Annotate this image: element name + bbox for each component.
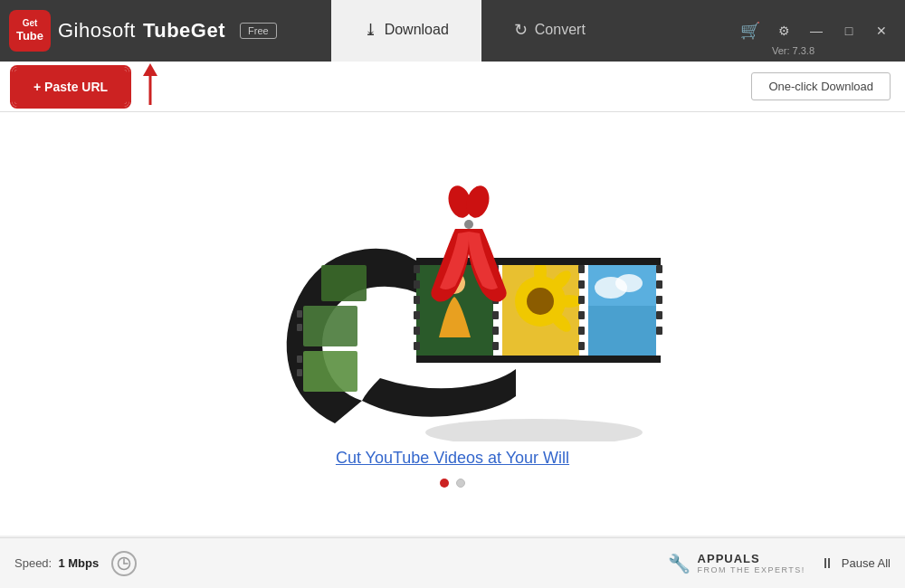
svg-rect-16 [414,342,420,350]
convert-tab-icon: ↻ [514,20,528,40]
film-strip-illustration [235,179,670,441]
svg-rect-22 [492,342,499,350]
svg-rect-21 [492,327,499,335]
svg-point-47 [425,419,643,441]
arrow-icon [134,62,184,111]
carousel-dot-1[interactable] [440,479,449,488]
svg-marker-1 [143,63,157,76]
svg-point-50 [464,220,473,229]
download-tab-icon: ⤓ [364,20,377,40]
appuals-icon: 🔧 [668,553,691,574]
close-button[interactable]: ✕ [867,16,896,45]
svg-rect-32 [578,296,585,304]
appuals-text: APPUALS FROM THE EXPERTS! [698,552,805,574]
svg-rect-12 [414,280,420,289]
main-content: Cut YouTube Videos at Your Will [0,112,905,536]
bottom-bar: Speed: 1 Mbps 🔧 APPUALS FROM THE EXPERTS… [0,537,905,588]
minimize-button[interactable]: — [802,16,831,45]
speed-value: 1 Mbps [58,556,99,570]
carousel-dot-2[interactable] [456,479,465,488]
svg-rect-46 [416,356,661,363]
appuals-brand: 🔧 APPUALS FROM THE EXPERTS! [668,552,805,574]
svg-rect-40 [656,265,662,273]
paste-url-button[interactable]: + Paste URL [14,70,127,104]
free-badge: Free [240,23,277,39]
speed-label: Speed: 1 Mbps [14,556,99,570]
app-logo: Get Tube Gihosoft TubeGet Free [9,10,277,52]
tab-download[interactable]: ⤓ Download [331,0,481,62]
svg-rect-11 [414,265,420,273]
svg-point-39 [615,274,643,292]
title-bar: Get Tube Gihosoft TubeGet Free ⤓ Downloa… [0,0,905,62]
svg-rect-20 [492,311,499,319]
svg-rect-6 [297,324,302,331]
pause-icon: ⏸ [820,555,834,572]
version-text: Ver: 7.3.8 [772,45,814,56]
app-product-name: TubeGet [143,19,225,43]
svg-rect-2 [303,306,357,346]
app-name: Gihosoft [58,19,136,43]
pause-all-button[interactable]: ⏸ Pause All [820,555,891,572]
svg-rect-33 [578,311,585,319]
download-tab-label: Download [385,22,449,38]
illustration-area: Cut YouTube Videos at Your Will [0,112,905,536]
svg-rect-8 [297,369,302,376]
appuals-sub-text: FROM THE EXPERTS! [698,565,805,574]
slide-link[interactable]: Cut YouTube Videos at Your Will [336,449,569,468]
svg-rect-7 [297,356,302,363]
nav-tabs: ⤓ Download ↻ Convert [331,0,618,62]
history-button[interactable] [111,551,137,576]
svg-rect-4 [321,265,367,301]
svg-rect-41 [656,280,662,289]
tab-convert[interactable]: ↻ Convert [481,0,618,62]
maximize-button[interactable]: □ [834,16,863,45]
one-click-download-button[interactable]: One-click Download [751,72,891,100]
app-logo-icon: Get Tube [9,10,51,52]
convert-tab-label: Convert [535,22,586,38]
svg-rect-43 [656,311,662,319]
svg-point-25 [527,288,554,315]
appuals-main-text: APPUALS [698,552,805,565]
clock-icon [117,556,131,571]
svg-rect-5 [297,310,302,318]
svg-rect-14 [414,311,420,319]
settings-button[interactable]: ⚙ [769,16,798,45]
svg-rect-13 [414,296,420,304]
svg-rect-34 [578,327,585,335]
svg-rect-3 [303,351,357,392]
carousel-dots [440,479,465,488]
svg-rect-37 [588,306,656,360]
pause-all-label: Pause All [842,556,891,570]
svg-rect-35 [578,342,585,350]
arrow-indicator [134,62,184,111]
title-bar-controls: 🛒 ⚙ — □ ✕ [740,16,896,45]
svg-rect-15 [414,327,420,335]
svg-rect-42 [656,296,662,304]
svg-point-28 [557,295,582,308]
svg-rect-44 [656,327,662,335]
svg-rect-31 [578,280,585,289]
cart-icon[interactable]: 🛒 [740,21,760,41]
toolbar: + Paste URL One-click Download [0,62,905,112]
svg-rect-30 [578,265,585,273]
